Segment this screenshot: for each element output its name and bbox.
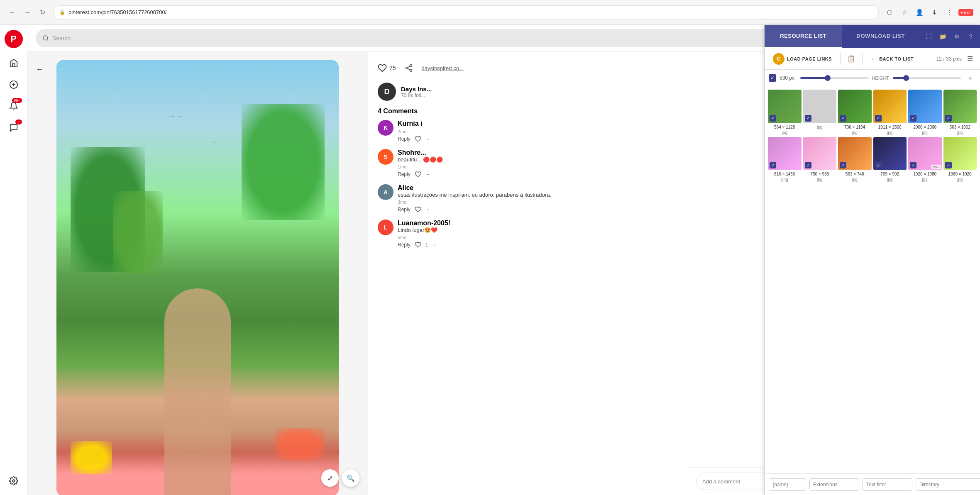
bookmark-btn[interactable]: ☆ (899, 6, 911, 19)
image-type: jpg (908, 177, 942, 182)
sort-button[interactable]: ≡ (964, 72, 976, 84)
image-info: 709 × 992 jpg (873, 171, 907, 182)
sidebar-home-icon[interactable] (5, 54, 23, 72)
comment-avatar: L (378, 219, 393, 235)
tab-resource-list[interactable]: RESOURCE LIST (765, 25, 842, 48)
expand-icon-btn[interactable]: ⛶ (923, 31, 934, 42)
pin-back-arrow[interactable]: ← (36, 64, 44, 74)
reply-button[interactable]: Reply (398, 136, 411, 142)
image-thumbnail[interactable]: ✓ (838, 90, 872, 123)
pin-search-btn[interactable]: 🔍 (342, 469, 359, 487)
help-icon-btn[interactable]: ? (965, 31, 977, 42)
image-thumbnail[interactable]: ✓ (768, 137, 802, 171)
like-count-small: 1 (425, 242, 428, 248)
reload-button[interactable]: ↻ (37, 7, 48, 18)
height-slider-thumb[interactable] (903, 75, 909, 81)
height-slider-track[interactable] (893, 77, 961, 79)
image-item-2[interactable]: ✓ jpg (803, 90, 837, 135)
share-button[interactable] (401, 60, 417, 76)
sidebar-plus-icon[interactable] (5, 76, 23, 94)
image-checkbox[interactable]: ✓ (840, 162, 846, 168)
image-item-11[interactable]: CVS ✓ 1920 × 1080 jpg (908, 137, 942, 183)
image-thumbnail[interactable]: ✓ (943, 137, 977, 171)
comment-actions: Reply ··· (398, 136, 430, 142)
select-all-checkbox[interactable]: ✓ (769, 74, 776, 82)
author-name: Days Ins... (401, 85, 648, 93)
image-item-5[interactable]: ✓ 2000 × 2000 jpg (908, 90, 942, 135)
image-checkbox[interactable]: ✓ (910, 115, 916, 122)
comment-more[interactable]: ··· (425, 136, 430, 142)
extensions-input[interactable] (809, 478, 859, 491)
image-item-7[interactable]: ✓ 816 × 1456 png (768, 137, 802, 183)
more-btn[interactable]: ⋮ (943, 6, 956, 19)
image-size: 563 × 1002 (943, 124, 977, 130)
address-bar[interactable]: 🔒 pinterest.com/pin/763501561772600700/ (53, 5, 879, 20)
image-item-9[interactable]: ✓ 563 × 748 jpg (838, 137, 872, 183)
image-checkbox[interactable]: ✓ (805, 162, 811, 168)
reply-button[interactable]: Reply (398, 207, 411, 212)
image-checkbox[interactable]: ✓ (875, 115, 882, 122)
like-button[interactable]: 75 (378, 63, 396, 73)
size-slider-thumb[interactable] (825, 75, 831, 81)
directory-input[interactable] (916, 478, 980, 491)
clipboard-button[interactable]: 📋 (845, 52, 858, 66)
reply-button[interactable]: Reply (398, 242, 411, 248)
image-thumbnail[interactable]: ✓ (838, 137, 872, 171)
reply-button[interactable]: Reply (398, 171, 411, 177)
load-page-links-button[interactable]: C LOAD PAGE LINKS (769, 51, 836, 67)
author-avatar: D (378, 83, 396, 101)
pin-fullscreen-btn[interactable]: ⤢ (321, 469, 339, 487)
height-slider[interactable] (893, 77, 961, 79)
image-thumbnail[interactable]: ✓ (943, 90, 977, 123)
image-checkbox[interactable]: ✓ (875, 162, 882, 168)
image-item-8[interactable]: ✓ 750 × 938 jpg (803, 137, 837, 183)
image-checkbox[interactable]: ✓ (840, 115, 846, 122)
source-link[interactable]: daysinspired.co... (422, 65, 464, 71)
profile-btn[interactable]: 👤 (914, 6, 926, 19)
image-checkbox[interactable]: ✓ (945, 162, 952, 168)
image-item-12[interactable]: ✓ 1080 × 1920 jpg (943, 137, 977, 183)
size-slider[interactable] (800, 77, 869, 79)
menu-button[interactable]: ☰ (964, 53, 976, 65)
image-thumbnail[interactable]: ✓ (873, 90, 907, 123)
comment-time: 5mo (398, 235, 450, 240)
pinterest-logo[interactable]: P (5, 30, 23, 48)
image-info: 816 × 1456 png (768, 171, 802, 182)
image-checkbox[interactable]: ✓ (805, 115, 811, 122)
text-filter-input[interactable] (863, 478, 912, 491)
image-checkbox[interactable]: ✓ (910, 162, 916, 168)
comment-more[interactable]: ··· (425, 207, 430, 212)
comment-more[interactable]: ··· (425, 171, 430, 177)
image-checkbox[interactable]: ✓ (770, 115, 776, 122)
image-thumbnail[interactable]: ✓ (803, 137, 837, 171)
sidebar-messages-icon[interactable]: 2 (5, 119, 23, 137)
forward-button[interactable]: → (22, 7, 33, 18)
image-thumbnail[interactable]: ✓ (768, 90, 802, 123)
extension-icon-btn[interactable]: ⬡ (884, 6, 896, 19)
sidebar-settings-icon[interactable] (5, 472, 23, 490)
image-item-1[interactable]: ✓ 564 × 1128 jpg (768, 90, 802, 135)
comment-more[interactable]: ··· (432, 242, 436, 248)
filename-input[interactable] (769, 478, 806, 491)
image-item-4[interactable]: ✓ 1911 × 2560 jpg (873, 90, 907, 135)
settings-icon-btn[interactable]: ⚙ (951, 31, 963, 42)
back-to-list-button[interactable]: ← BACK TO LIST (867, 53, 918, 65)
sidebar-notifications-icon[interactable]: 99+ (5, 97, 23, 115)
image-item-10[interactable]: ✓ 709 × 992 jpg (873, 137, 907, 183)
folder-icon-btn[interactable]: 📁 (937, 31, 948, 42)
download-btn[interactable]: ⬇ (929, 6, 941, 19)
notifications-badge: 99+ (12, 98, 22, 103)
image-item-3[interactable]: ✓ 736 × 1104 jpg (838, 90, 872, 135)
image-checkbox[interactable]: ✓ (770, 162, 776, 168)
browser-controls: ← → ↻ (7, 7, 48, 18)
image-item-6[interactable]: ✓ 563 × 1002 jpg (943, 90, 977, 135)
size-slider-track[interactable] (800, 77, 869, 79)
image-type: png (768, 177, 802, 182)
image-thumbnail[interactable]: ✓ (873, 137, 907, 171)
image-thumbnail[interactable]: CVS ✓ (908, 137, 942, 171)
image-thumbnail[interactable]: ✓ (908, 90, 942, 123)
back-button[interactable]: ← (7, 7, 18, 18)
image-thumbnail[interactable]: ✓ (803, 90, 837, 123)
tab-download-list[interactable]: DOWNLOAD LIST (842, 25, 920, 48)
image-checkbox[interactable]: ✓ (945, 115, 952, 122)
